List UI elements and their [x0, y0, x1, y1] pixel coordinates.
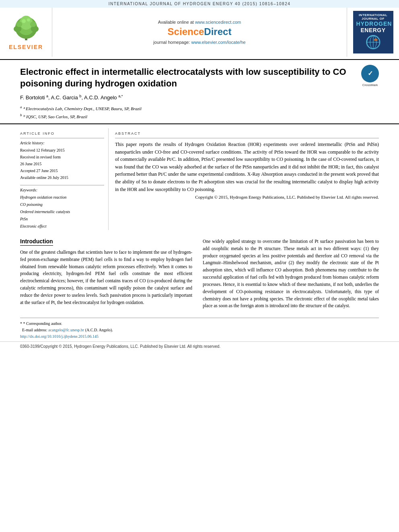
keyword-5: Electronic effect [20, 223, 104, 230]
sciencedirect-url[interactable]: www.sciencedirect.com [195, 20, 241, 25]
received-date: Received 12 February 2015 [20, 147, 104, 154]
journal-badge-container: International Journal of HYDROGEN ENERGY [347, 8, 399, 57]
body-left-column: Introduction One of the greatest challen… [20, 238, 196, 310]
globe-svg [366, 35, 380, 49]
introduction-heading: Introduction [20, 238, 53, 246]
abstract-text: This paper reports the results of Hydrog… [115, 141, 379, 193]
svg-point-3 [20, 16, 32, 30]
journal-badge-hydrogen: HYDROGEN [356, 21, 390, 27]
crossmark-container: ✓ CrossMark [361, 65, 379, 87]
keywords-label: Keywords: [20, 188, 104, 192]
svg-point-9 [27, 18, 30, 22]
article-info-label: ARTICLE INFO [20, 131, 104, 136]
keyword-1: Hydrogen oxidation reaction [20, 194, 104, 201]
journal-badge: International Journal of HYDROGEN ENERGY [353, 11, 393, 53]
author-email-link[interactable]: acangelo@fc.unesp.br [48, 328, 84, 332]
intro-left-text: One of the greatest challenges that scie… [20, 249, 192, 306]
doi-link[interactable]: http://dx.doi.org/10.1016/j.ijhydene.201… [20, 334, 99, 339]
crossmark-icon: ✓ [365, 68, 375, 79]
crossmark-badge: ✓ [361, 65, 379, 82]
article-history-label: Article history: [20, 141, 104, 145]
authors-line: F. Bortoloti a, A.C. Garcia b, A.C.D. An… [20, 94, 379, 101]
journal-homepage-url[interactable]: www.elsevier.com/locate/he [191, 40, 246, 45]
abstract-label: ABSTRACT [115, 131, 379, 136]
article-title-section: Electronic effect in intermetallic elect… [0, 60, 399, 124]
main-content-area: ARTICLE INFO Article history: Received 1… [0, 124, 399, 234]
body-section: Introduction One of the greatest challen… [0, 234, 399, 314]
journal-homepage-text: journal homepage: www.elsevier.com/locat… [153, 40, 245, 45]
sciencedirect-logo: ScienceDirect [168, 26, 232, 37]
article-title: Electronic effect in intermetallic elect… [20, 66, 357, 89]
body-right-column: One widely applied strategy to overcome … [203, 238, 379, 310]
elsevier-tree-icon [10, 14, 42, 42]
globe-icon [366, 35, 380, 49]
keyword-2: CO poisoning [20, 201, 104, 208]
intro-right-text: One widely applied strategy to overcome … [203, 238, 379, 310]
received-revised-label: Received in revised form [20, 154, 104, 160]
journal-banner: INTERNATIONAL JOURNAL OF HYDROGEN ENERGY… [0, 0, 399, 8]
keywords-divider [20, 185, 104, 185]
svg-point-15 [374, 39, 378, 41]
keyword-3: Ordered intermetallic catalysts [20, 208, 104, 216]
article-info-column: ARTICLE INFO Article history: Received 1… [20, 128, 109, 230]
elsevier-logo: ELSEVIER [0, 8, 52, 57]
doi-footnote: http://dx.doi.org/10.1016/j.ijhydene.201… [20, 333, 379, 340]
page-footer: 0360-3199/Copyright © 2015, Hydrogen Ene… [0, 341, 399, 351]
accepted-date: Accepted 27 June 2015 [20, 167, 104, 174]
corresponding-author: * * Corresponding author. [20, 320, 379, 327]
center-header: Available online at www.sciencedirect.co… [52, 8, 347, 57]
footnote-section: * * Corresponding author. E-mail address… [20, 318, 379, 340]
affiliations: a ᵃ Electrocatalysis Lab, Chemistry Dept… [20, 104, 379, 121]
svg-point-7 [30, 21, 36, 27]
copyright-text: Copyright © 2015, Hydrogen Energy Public… [115, 195, 379, 199]
keyword-4: PtSn [20, 216, 104, 223]
elsevier-wordmark: ELSEVIER [9, 44, 43, 50]
svg-point-6 [16, 21, 22, 27]
available-online-text: Available online at www.sciencedirect.co… [158, 20, 241, 25]
journal-badge-energy: ENERGY [356, 27, 390, 33]
received-revised-date: 26 June 2015 [20, 160, 104, 167]
info-divider [20, 138, 104, 138]
abstract-divider [115, 138, 379, 138]
abstract-column: ABSTRACT This paper reports the results … [115, 128, 379, 230]
affiliation-b: b ᵇ IQSC, USP, Sao Carlos, SP, Brazil [20, 112, 379, 120]
email-footnote: E-mail address: acangelo@fc.unesp.br (A.… [20, 327, 379, 333]
page-header: ELSEVIER Available online at www.science… [0, 8, 399, 60]
svg-point-8 [22, 19, 26, 23]
available-online-date: Available online 26 July 2015 [20, 174, 104, 181]
svg-text:✓: ✓ [368, 70, 373, 77]
keywords-section: Keywords: Hydrogen oxidation reaction CO… [20, 185, 104, 230]
crossmark-label: CrossMark [361, 83, 379, 87]
affiliation-a: a ᵃ Electrocatalysis Lab, Chemistry Dept… [20, 104, 379, 112]
journal-badge-line1: International Journal of [356, 13, 390, 21]
